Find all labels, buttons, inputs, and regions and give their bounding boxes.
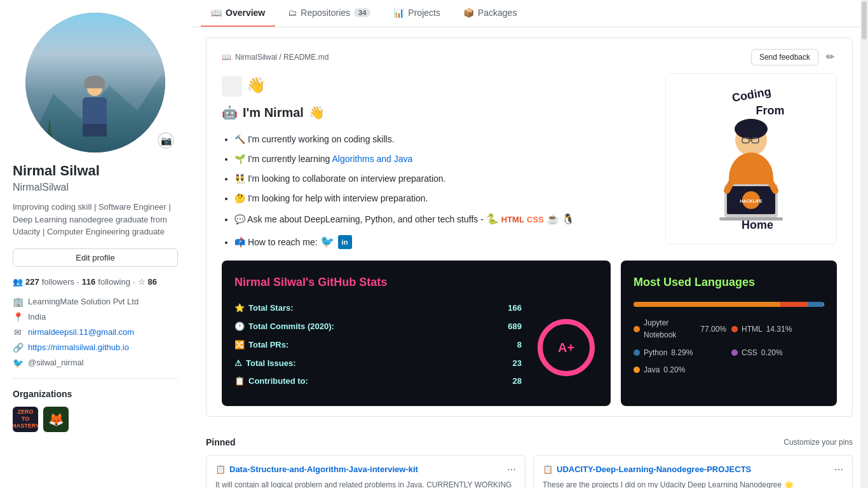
star-icon: ⭐ [234, 302, 245, 315]
followers-label: followers [42, 277, 74, 287]
stars-count[interactable]: 86 [148, 277, 157, 287]
lang-item-python: Python 8.29% [634, 347, 726, 359]
issues-icon: ⚠ [234, 357, 242, 370]
tab-repositories[interactable]: 🗂 Repositories 34 [278, 0, 381, 27]
readme-breadcrumb: 📖 NirmalSilwal / README.md [222, 53, 329, 62]
svg-point-4 [735, 119, 768, 139]
scrollbar[interactable] [860, 0, 868, 488]
svg-text:From: From [756, 104, 785, 117]
org-icon-1[interactable]: ZEROTOMASTERY [13, 407, 38, 432]
location-info: 📍 India [13, 312, 178, 322]
customize-pins-link[interactable]: Customize your pins [783, 438, 853, 447]
python-dot [634, 349, 640, 356]
lang-item-java: Java 0.20% [634, 364, 726, 376]
email-info: ✉ nirmaldeepsil.11@gmail.com [13, 327, 178, 337]
grade-chart: A+ [538, 319, 595, 376]
profile-name: Nirmal Silwal [13, 163, 178, 179]
readme-actions: Send feedback ✏ [751, 48, 837, 65]
working-emoji: 🔨 [234, 134, 245, 144]
tech-icons: 🐍 HTML CSS ☕ 🐧 [486, 212, 574, 227]
total-commits-value: 689 [508, 320, 522, 334]
edit-profile-button[interactable]: Edit profile [13, 248, 178, 267]
lang-bar-html [780, 302, 808, 307]
tab-packages[interactable]: 📦 Packages [453, 0, 527, 27]
main-body: 📖 NirmalSilwal / README.md Send feedback… [191, 27, 868, 437]
organizations-title: Organizations [13, 389, 178, 399]
pinned-card-2-header: 📋 UDACITY-Deep-Learning-Nanodegree-PROJE… [543, 464, 843, 475]
stats-right: A+ [534, 302, 598, 393]
card-1-menu-icon[interactable]: ⋯ [507, 464, 516, 475]
pinned-card-2-link[interactable]: UDACITY-Deep-Learning-Nanodegree-PROJECT… [557, 464, 751, 474]
twitter-icon: 🐦 [13, 358, 23, 368]
mailbox-emoji: 📫 [234, 237, 245, 247]
contributed-label: 📋 Contributed to: [234, 375, 308, 388]
clock-icon: 🕐 [234, 320, 245, 334]
profile-username: NirmalSilwal [13, 182, 178, 193]
followers-count[interactable]: 227 [25, 277, 39, 287]
email-icon: ✉ [13, 327, 23, 337]
total-stars-label: ⭐ Total Stars: [234, 302, 294, 315]
link-icon: 🔗 [13, 342, 23, 353]
pinned-card-1-link[interactable]: Data-Structure-and-Algorithm-Java-interv… [229, 464, 418, 474]
website-link[interactable]: https://nirmalsilwal.github.io [28, 342, 129, 352]
main-content: 📖 Overview 🗂 Repositories 34 📊 Projects … [191, 0, 868, 488]
readme-body: Coding From Home [222, 73, 837, 406]
languages-card: Most Used Languages [621, 261, 837, 406]
following-label: following [98, 277, 130, 287]
coding-illustration: Coding From Home [665, 73, 837, 245]
profile-stats: 👥 227 followers · 116 following · ☆ 86 [13, 277, 178, 287]
lang-bar-python [808, 302, 824, 307]
readme-intro: 🤖 I'm Nirmal 👋 [222, 102, 655, 123]
scrollbar-thumb[interactable] [862, 1, 867, 39]
twitter-handle: @silwal_nirmal [28, 358, 84, 367]
camera-badge[interactable]: 📷 [158, 132, 174, 149]
seedling-emoji: 🌱 [234, 154, 245, 164]
tab-projects[interactable]: 📊 Projects [383, 0, 451, 27]
github-stats-title: Nirmal Silwal's GitHub Stats [234, 273, 598, 292]
pinned-card-2-title-area: 📋 UDACITY-Deep-Learning-Nanodegree-PROJE… [543, 464, 751, 474]
repositories-icon: 🗂 [288, 8, 297, 18]
pinned-cards: 📋 Data-Structure-and-Algorithm-Java-inte… [206, 455, 853, 488]
edit-icon[interactable]: ✏ [824, 48, 837, 65]
readme-card: 📖 NirmalSilwal / README.md Send feedback… [206, 37, 853, 417]
social-icons: 🐦 in [320, 233, 352, 250]
languages-legend: Jupyter Notebook 77.00% HTML 14.31% [634, 317, 824, 376]
following-count[interactable]: 116 [82, 277, 96, 287]
overview-icon: 📖 [211, 8, 222, 18]
contributed-value: 28 [513, 375, 522, 388]
total-stars-value: 166 [508, 302, 522, 315]
contributed-row: 📋 Contributed to: 28 [234, 375, 522, 388]
profile-bio: Improving coding skill | Software Engine… [13, 201, 178, 238]
lang-bar-java [824, 302, 824, 307]
svg-text:Coding: Coding [731, 85, 772, 104]
minion-emoji: 🤖 [222, 102, 238, 123]
linkedin-social-icon[interactable]: in [338, 235, 352, 249]
divider [13, 378, 178, 379]
lang-item-html: HTML 14.31% [731, 317, 824, 341]
projects-icon: 📊 [393, 8, 404, 18]
location-icon: 📍 [13, 312, 23, 322]
followers-icon: 👥 [13, 277, 23, 287]
email-link[interactable]: nirmaldeepsil.11@gmail.com [28, 327, 134, 337]
people-emoji: 👯 [234, 173, 245, 184]
total-commits-row: 🕐 Total Commits (2020): 689 [234, 320, 522, 334]
packages-icon: 📦 [463, 8, 474, 18]
pinned-card-2: 📋 UDACITY-Deep-Learning-Nanodegree-PROJE… [533, 455, 853, 488]
pinned-card-1: 📋 Data-Structure-and-Algorithm-Java-inte… [206, 455, 526, 488]
avatar-container: 📷 [13, 13, 178, 152]
card-2-menu-icon[interactable]: ⋯ [834, 464, 843, 475]
repositories-badge: 34 [354, 8, 370, 17]
algorithms-link[interactable]: Algorithms and Java [332, 154, 413, 164]
send-feedback-button[interactable]: Send feedback [751, 49, 818, 65]
lang-bar-jupyter [634, 302, 780, 307]
css-dot [731, 349, 738, 356]
fork-icon: 📋 [234, 375, 245, 388]
stats-grid: ⭐ Total Stars: 166 🕐 Total Commit [234, 302, 598, 393]
org-icon-2[interactable]: 🦊 [43, 407, 69, 432]
book-icon: 📖 [222, 53, 231, 62]
tab-overview[interactable]: 📖 Overview [201, 0, 275, 27]
html-dot [731, 326, 738, 332]
twitter-social-icon[interactable]: 🐦 [320, 233, 334, 250]
location-name: India [28, 312, 46, 322]
total-issues-row: ⚠ Total Issues: 23 [234, 357, 522, 370]
